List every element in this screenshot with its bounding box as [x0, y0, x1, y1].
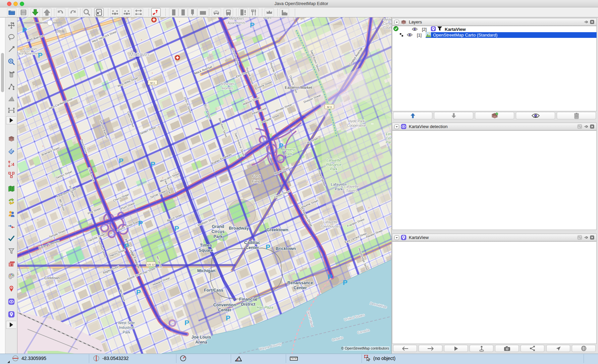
svg-text:P: P: [38, 51, 43, 59]
svg-text:M 1: M 1: [150, 81, 155, 84]
svg-text:100 m: 100 m: [55, 29, 64, 33]
svg-text:Center: Center: [218, 308, 231, 312]
svg-text:Plant: Plant: [263, 17, 272, 20]
svg-text:Elmwoo: Elmwoo: [386, 132, 391, 136]
svg-text:Financial: Financial: [239, 297, 257, 302]
svg-text:Bricktown: Bricktown: [276, 246, 296, 251]
svg-text:Arena: Arena: [195, 340, 207, 345]
svg-text:Park: Park: [335, 187, 343, 191]
svg-text:Michigan: Michigan: [197, 268, 215, 273]
svg-text:West Side: West Side: [118, 321, 135, 325]
svg-text:P: P: [138, 219, 143, 227]
svg-text:Medica: Medica: [383, 17, 391, 21]
svg-text:Hyde Park: Hyde Park: [372, 124, 373, 124]
svg-text:Apartments: Apartments: [227, 21, 246, 25]
svg-text:Times: Times: [200, 243, 212, 248]
svg-text:Centra: Centra: [386, 136, 391, 140]
svg-text:Park: Park: [330, 167, 337, 171]
svg-text:Square: Square: [199, 248, 213, 253]
svg-text:Center: Center: [293, 286, 307, 290]
svg-text:Courts: Courts: [383, 25, 391, 29]
svg-text:Joe Louis: Joe Louis: [192, 335, 211, 340]
svg-text:Brewery: Brewery: [282, 147, 295, 151]
svg-text:Field: Field: [252, 179, 261, 184]
svg-text:Cooperative: Cooperative: [347, 123, 366, 127]
svg-text:Lafayette: Lafayette: [323, 220, 337, 224]
svg-text:Meadows: Meadows: [229, 17, 244, 20]
svg-text:© OpenStreetMap contributors: © OpenStreetMap contributors: [341, 346, 389, 350]
svg-text:P: P: [328, 273, 332, 281]
svg-text:P: P: [22, 26, 27, 34]
svg-text:P: P: [184, 319, 189, 326]
svg-text:Greektown: Greektown: [267, 228, 288, 232]
svg-text:Ford: Ford: [252, 174, 261, 179]
svg-text:Homes: Homes: [222, 86, 233, 90]
svg-text:P: P: [226, 314, 230, 322]
svg-text:P: P: [343, 279, 347, 286]
svg-text:Renaissance: Renaissance: [287, 281, 313, 285]
svg-text:P: P: [124, 242, 129, 250]
svg-text:Fort/Cass: Fort/Cass: [204, 288, 223, 293]
svg-text:Circus: Circus: [212, 229, 225, 234]
svg-text:Cadillac: Cadillac: [244, 240, 260, 245]
svg-text:Park: Park: [123, 330, 130, 334]
svg-text:Towers: Towers: [346, 189, 357, 193]
svg-text:Center: Center: [246, 245, 259, 250]
svg-text:P: P: [151, 160, 155, 168]
svg-text:Townhouses: Townhouses: [321, 224, 340, 228]
svg-text:Grand: Grand: [212, 224, 224, 229]
svg-text:Park: Park: [386, 140, 391, 144]
svg-text:Broadway: Broadway: [229, 226, 249, 231]
svg-text:Lafayette: Lafayette: [326, 158, 341, 162]
svg-text:P: P: [174, 225, 179, 232]
svg-text:Convention: Convention: [213, 303, 236, 307]
svg-text:Industrial: Industrial: [119, 325, 134, 329]
svg-text:P: P: [266, 243, 270, 251]
svg-text:P: P: [279, 142, 283, 149]
svg-text:P: P: [119, 157, 123, 165]
svg-text:M 3: M 3: [327, 106, 332, 109]
svg-text:Park: Park: [285, 152, 292, 156]
svg-text:Plaisance: Plaisance: [326, 163, 341, 167]
svg-text:Midtown: Midtown: [129, 52, 149, 57]
svg-text:Hyde Park: Hyde Park: [348, 119, 365, 123]
svg-text:Center: Center: [383, 21, 391, 25]
svg-text:Park: Park: [213, 234, 222, 239]
svg-text::4: :4: [11, 162, 14, 167]
svg-text:Brewster: Brewster: [220, 82, 234, 86]
svg-text:Hart Plaza: Hart Plaza: [257, 305, 273, 309]
svg-text:Easterrn Market: Easterrn Market: [285, 85, 313, 89]
svg-text:US 12: US 12: [147, 263, 155, 266]
svg-text:P: P: [136, 288, 141, 296]
svg-text:District: District: [241, 302, 256, 307]
svg-text:Lafayette: Lafayette: [344, 184, 359, 188]
svg-text:Corktown: Corktown: [44, 276, 60, 280]
svg-text:Freedom: Freedom: [23, 47, 37, 51]
svg-text:P: P: [250, 21, 255, 29]
